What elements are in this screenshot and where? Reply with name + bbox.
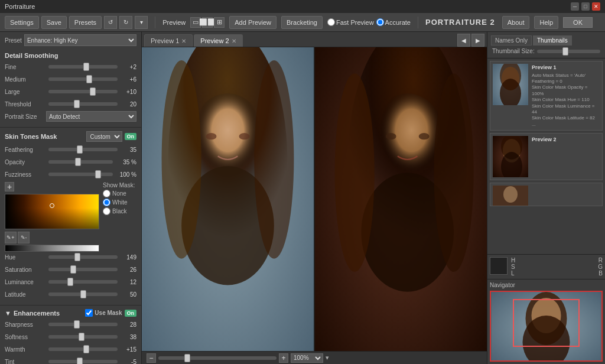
tint-slider[interactable] xyxy=(48,360,118,363)
settings-button[interactable]: Settings xyxy=(5,16,39,29)
portrait-size-select[interactable]: Auto Detect xyxy=(46,111,136,122)
preview-pane-right[interactable] xyxy=(315,47,487,351)
thumbnail-item-1[interactable]: Preview 1 Auto Mask Status = 'Auto' Feat… xyxy=(490,61,603,131)
eyedropper-remove-tool[interactable]: ✎- xyxy=(18,232,30,243)
bracketing-button[interactable]: Bracketing xyxy=(281,16,323,29)
detail-smoothing-section: Detail Smoothing Fine +2 Medium +6 Large… xyxy=(0,48,141,128)
thumbnail-size-row: Thumbnail Size: xyxy=(490,47,603,56)
none-radio-label[interactable]: None xyxy=(103,190,135,197)
tab-preview2[interactable]: Preview 2 ✕ xyxy=(194,34,242,47)
close-button[interactable]: ✕ xyxy=(592,2,600,11)
accurate-label: Accurate xyxy=(385,19,411,26)
saturation-value: 26 xyxy=(120,266,136,273)
brand-label: PORTRAITURE 2 xyxy=(425,18,495,27)
luminance-slider[interactable] xyxy=(48,280,118,284)
dropdown-button[interactable]: ▾ xyxy=(135,16,148,29)
white-radio-label[interactable]: White xyxy=(103,199,135,206)
opacity-value: 35 % xyxy=(115,159,136,165)
fuzziness-slider[interactable] xyxy=(48,173,113,176)
color-gradient[interactable] xyxy=(5,194,99,229)
fine-slider[interactable] xyxy=(48,65,118,69)
tab-preview2-close[interactable]: ✕ xyxy=(232,38,236,44)
fast-preview-label: Fast Preview xyxy=(336,19,374,26)
white-radio[interactable] xyxy=(103,199,110,206)
feathering-slider[interactable] xyxy=(48,148,118,151)
thumbnail-info-2: Preview 2 xyxy=(532,136,600,177)
tab-preview1-close[interactable]: ✕ xyxy=(181,38,186,44)
accurate-radio-label[interactable]: Accurate xyxy=(376,18,411,26)
thumb-detail-1: Auto Mask Status = 'Auto' Feathering = 0… xyxy=(532,73,600,128)
thumbnail-info-1: Preview 1 Auto Mask Status = 'Auto' Feat… xyxy=(532,64,600,128)
grid-view-icon[interactable]: ⊞ xyxy=(214,17,225,28)
zoom-out-button[interactable]: − xyxy=(147,353,156,363)
large-slider[interactable] xyxy=(48,90,118,93)
latitude-slider[interactable] xyxy=(48,292,118,296)
black-radio[interactable] xyxy=(103,207,110,215)
zoom-in-button[interactable]: + xyxy=(279,353,288,363)
portrait-size-row: Portrait Size Auto Detect xyxy=(5,111,136,122)
split-view-icon[interactable]: ⬜⬜ xyxy=(202,17,213,28)
skin-tones-custom-select[interactable]: Custom xyxy=(86,131,122,142)
nav-position-slider[interactable] xyxy=(158,356,277,360)
undo-button[interactable]: ↺ xyxy=(104,16,117,29)
thumbnail-size-slider[interactable] xyxy=(537,50,600,53)
use-mask-checkbox-label[interactable]: Use Mask xyxy=(85,309,122,317)
hue-slider[interactable] xyxy=(48,255,118,259)
svg-point-14 xyxy=(335,73,375,272)
softness-slider[interactable] xyxy=(48,335,118,339)
thumbnail-item-3[interactable] xyxy=(490,183,603,206)
none-radio[interactable] xyxy=(103,190,110,197)
preset-select[interactable]: Enhance: High Key xyxy=(24,34,136,46)
portrait-size-label: Portrait Size xyxy=(5,113,46,120)
skin-tones-title: Skin Tones Mask Custom On xyxy=(5,131,136,142)
fast-preview-radio[interactable] xyxy=(327,18,335,26)
thumbnails-tab[interactable]: Thumbnails xyxy=(533,35,572,46)
about-button[interactable]: About xyxy=(502,16,530,29)
large-row: Large +10 xyxy=(5,86,136,97)
hue-row: Hue 149 xyxy=(5,252,136,262)
medium-slider[interactable] xyxy=(48,77,118,81)
saturation-slider[interactable] xyxy=(48,268,118,271)
svg-point-3 xyxy=(206,133,217,139)
svg-point-25 xyxy=(503,186,518,203)
zoom-select[interactable]: 100% xyxy=(291,353,323,363)
zoom-dropdown-icon[interactable]: ▾ xyxy=(326,354,329,362)
preview-pane-left[interactable] xyxy=(142,47,315,351)
maximize-button[interactable]: □ xyxy=(581,2,590,11)
tab-preview1[interactable]: Preview 1 ✕ xyxy=(144,34,193,47)
toolbar-left: Settings Save Presets ↺ ↻ ▾ xyxy=(5,16,148,29)
latitude-value: 50 xyxy=(120,291,136,298)
use-mask-checkbox[interactable] xyxy=(85,309,93,317)
accurate-radio[interactable] xyxy=(376,18,384,26)
threshold-slider[interactable] xyxy=(48,102,118,106)
help-button[interactable]: Help xyxy=(534,16,558,29)
black-radio-label[interactable]: Black xyxy=(103,207,135,215)
color-crosshair xyxy=(50,203,54,208)
thumbnail-list: Preview 1 Auto Mask Status = 'Auto' Feat… xyxy=(487,58,605,254)
preview-label: Preview xyxy=(162,19,186,26)
enhancements-title: ▼ Enhancements Use Mask On xyxy=(5,309,136,317)
eyedropper-add-tool[interactable]: ✎+ xyxy=(5,232,17,243)
save-button[interactable]: Save xyxy=(41,16,67,29)
minimize-button[interactable]: ─ xyxy=(571,2,579,11)
redo-button[interactable]: ↻ xyxy=(119,16,132,29)
tint-value: -5 xyxy=(120,359,136,365)
color-swatch-large xyxy=(490,257,508,275)
color-add-button[interactable]: + xyxy=(5,182,14,191)
add-preview-button[interactable]: Add Preview xyxy=(229,16,277,29)
thumbnail-item-2[interactable]: Preview 2 xyxy=(490,133,603,180)
ok-button[interactable]: OK xyxy=(563,17,593,28)
main-content: Preset Enhance: High Key Detail Smoothin… xyxy=(0,32,605,364)
h-label: H xyxy=(511,257,515,264)
navigator-image[interactable] xyxy=(490,291,603,362)
fast-preview-radio-label[interactable]: Fast Preview xyxy=(327,18,374,26)
names-only-tab[interactable]: Names Only xyxy=(491,35,532,46)
warmth-slider[interactable] xyxy=(48,347,118,351)
luminance-value: 12 xyxy=(120,279,136,285)
presets-button[interactable]: Presets xyxy=(69,16,102,29)
tab-next-arrow[interactable]: ▶ xyxy=(471,34,484,47)
tab-prev-arrow[interactable]: ◀ xyxy=(457,34,470,47)
sharpness-slider[interactable] xyxy=(48,323,118,326)
threshold-value: 20 xyxy=(120,101,136,108)
opacity-slider[interactable] xyxy=(48,160,113,164)
